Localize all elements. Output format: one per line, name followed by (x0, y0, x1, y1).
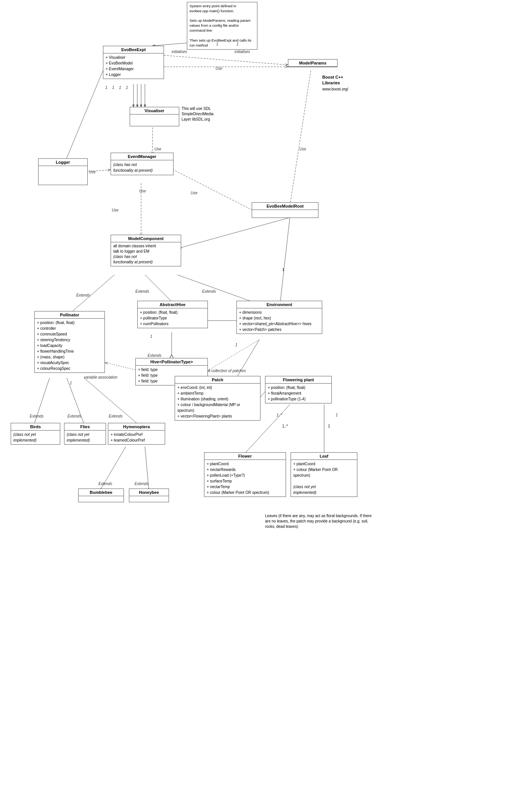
svg-line-11 (61, 71, 103, 172)
EvoBeeExpt-box: EvoBeeExpt + Visualiser + EvoBeeModel + … (103, 46, 164, 79)
Leaf-box: Leaf + plantCoord + colour (Marker Point… (291, 452, 357, 497)
Logger-box: Logger (38, 158, 88, 185)
Patch-box: Patch + envCoord: (int, int) + ambientTe… (175, 376, 260, 421)
svg-line-32 (105, 363, 137, 370)
mult-fp2: 1 (336, 413, 338, 417)
Logger-title: Logger (39, 159, 87, 166)
svg-text:1: 1 (328, 424, 330, 428)
lbl-use-vis-em: Use (154, 147, 161, 151)
Flies-box: Flies (class not yet implemented) (64, 423, 106, 445)
EvoBeeModelRoot-box: EvoBeeModelRoot (252, 202, 318, 218)
Hymenoptera-box: Hymenoptera + innateColourPref + learned… (108, 423, 165, 445)
lbl-initialises2: initialises (235, 50, 250, 54)
Environment-body: + dimensions + shape (rect, hex) + vecto… (237, 308, 322, 334)
lbl-extends-honey: Extends (135, 482, 148, 486)
Patch-title: Patch (175, 376, 260, 384)
ModelParams-title: ModelParams (288, 60, 337, 67)
Leaf-body: + plantCoord + colour (Marker Point OR s… (291, 460, 357, 497)
Honeybee-box: Honeybee (129, 489, 169, 502)
ModelComponent-title: ModelComponent (111, 235, 181, 242)
svg-line-4 (164, 55, 288, 65)
Flies-body: (class not yet implemented) (64, 431, 106, 444)
svg-line-20 (177, 275, 252, 302)
FloweringPlant-box: Flowering plant + position: (float, floa… (265, 376, 332, 403)
svg-line-17 (280, 218, 290, 302)
Flower-body: + plantCoord + nectarRewards + pollenLoa… (204, 460, 286, 497)
svg-text:1..*: 1..* (282, 424, 288, 428)
FloweringPlant-body: + position: (float, float) + floralArran… (265, 384, 331, 403)
lbl-extends-birds: Extends (30, 414, 43, 418)
svg-line-16 (179, 218, 290, 248)
ModelParams-box: ModelParams (288, 59, 338, 67)
EvoBeeModelRoot-body (252, 210, 318, 218)
FloweringPlant-title: Flowering plant (265, 376, 331, 384)
system-note: System entry point defined in evobee.cpp… (187, 2, 257, 50)
ModelComponent-body: all domain classes inherit talk to logge… (111, 242, 181, 266)
Flower-box: Flower + plantCoord + nectarRewards + po… (204, 452, 286, 497)
Patch-body: + envCoord: (int, int) + ambientTemp + i… (175, 384, 260, 420)
Environment-box: Environment + dimensions + shape (rect, … (236, 301, 322, 334)
lbl-use-em2: Use (191, 191, 198, 195)
lbl-use-em1: Use (139, 189, 146, 193)
lbl-collpatch: A collection of patches (208, 369, 246, 373)
Pollinator-title: Pollinator (35, 311, 104, 319)
lbl-extends-bumble: Extends (98, 482, 112, 486)
svg-line-12 (84, 170, 111, 172)
EventManager-title: EventManager (111, 153, 173, 160)
lbl-varassoc: variable association (84, 375, 117, 379)
EventManager-body: (class has notfunctionality at present) (111, 160, 173, 175)
Flies-title: Flies (64, 423, 106, 431)
Honeybee-title: Honeybee (129, 489, 169, 496)
AbstractHive-box: AbstractHive + position: (float, float) … (137, 301, 208, 328)
Pollinator-box: Pollinator + position: (float, float) + … (34, 311, 105, 373)
Bumblebee-title: Bumblebee (79, 489, 124, 496)
Birds-body: (class not yet implemented) (11, 431, 60, 444)
system-note-text: System entry point defined in evobee.cpp… (190, 4, 251, 47)
Flower-title: Flower (204, 453, 286, 460)
mult-lbl-2: 1 (112, 85, 114, 90)
Leaf-title: Leaf (291, 453, 357, 460)
Visualiser-title: Visualiser (130, 107, 179, 114)
Environment-title: Environment (237, 301, 322, 308)
svg-text:1: 1 (282, 268, 284, 272)
lbl-use-em3: Use (112, 208, 119, 212)
lbl-extends-flies: Extends (68, 414, 81, 418)
lbl-use-boost: Use (299, 147, 306, 151)
ModelComponent-box: ModelComponent all domain classes inheri… (111, 235, 181, 266)
svg-line-19 (145, 275, 172, 302)
Visualiser-box: Visualiser (130, 107, 179, 126)
svg-line-13 (170, 168, 259, 214)
mult-env: 1 (235, 343, 238, 347)
Visualiser-body (130, 114, 179, 126)
mult-lbl-1: 1 (105, 85, 108, 90)
mult-lbl-4: 1 (126, 85, 128, 90)
leaf-note: Leaves (if there are any, may act as flo… (265, 513, 376, 529)
Hymenoptera-body: + innateColourPref + learnedColourPref (108, 431, 165, 444)
Birds-box: Birds (class not yet implemented) (11, 423, 60, 445)
visualiser-note: This will use SDLSimpleDirectMediaLayer … (182, 106, 214, 122)
Birds-title: Birds (11, 423, 60, 431)
lbl-extends-env: Extends (202, 289, 216, 293)
Bumblebee-box: Bumblebee (78, 489, 124, 502)
EvoBeeExpt-body: + Visualiser + EvoBeeModel + EventManage… (103, 53, 164, 79)
EvoBeeExpt-title: EvoBeeExpt (103, 46, 164, 53)
Honeybee-body (129, 496, 169, 502)
Bumblebee-body (79, 496, 124, 502)
HivePollinatorType-title: Hive<PollinatorType> (136, 358, 207, 366)
boost-label: Boost C++Librarieswww.boost.org/ (322, 74, 348, 92)
svg-line-15 (290, 71, 311, 206)
lbl-use-logger: Use (89, 170, 96, 174)
Logger-body (39, 166, 87, 181)
AbstractHive-body: + position: (float, float) + pollinatorT… (138, 308, 207, 328)
lbl-initialises1: initialises (172, 50, 187, 54)
mult-abshive: 1 (150, 334, 153, 339)
Pollinator-body: + position: (float, float) + controller … (35, 319, 104, 373)
lbl-use-modelparams: Use (215, 66, 222, 71)
mult-fp1: 1..* (276, 413, 282, 417)
mult-1b: 1 (236, 42, 239, 46)
lbl-extends-hym: Extends (109, 414, 122, 418)
EvoBeeModelRoot-title: EvoBeeModelRoot (252, 203, 318, 210)
lbl-extends-hive: Extends (148, 353, 161, 358)
AbstractHive-title: AbstractHive (138, 301, 207, 308)
Hymenoptera-title: Hymenoptera (108, 423, 165, 431)
